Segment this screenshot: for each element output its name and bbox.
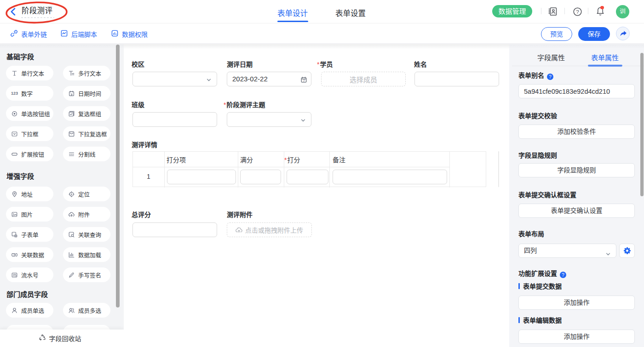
svg-text:?: ? [576, 9, 579, 15]
svg-text:7: 7 [303, 79, 305, 82]
